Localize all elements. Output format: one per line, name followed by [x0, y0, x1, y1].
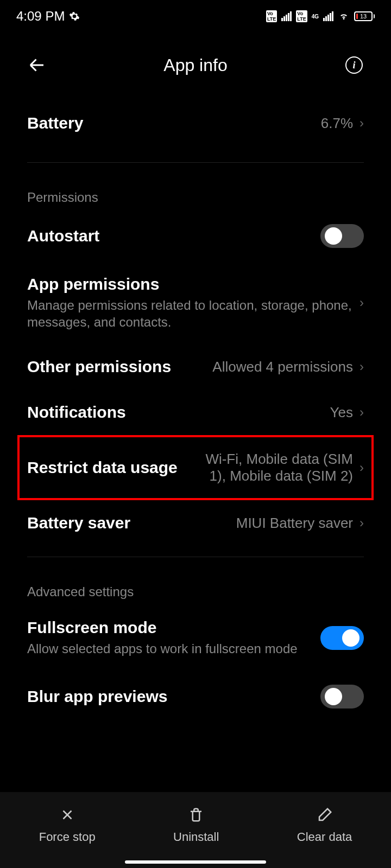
force-stop-button[interactable]: Force stop	[39, 805, 96, 844]
info-icon[interactable]: i	[344, 55, 364, 75]
chevron-right-icon: ›	[360, 405, 364, 420]
blur-row[interactable]: Blur app previews	[27, 671, 364, 722]
blur-title: Blur app previews	[27, 687, 320, 706]
battery-row[interactable]: Battery 6.7% ›	[27, 87, 364, 151]
autostart-toggle[interactable]	[320, 224, 364, 248]
fullscreen-subtitle: Allow selected apps to work in fullscree…	[27, 640, 320, 657]
battery-saver-title: Battery saver	[27, 514, 236, 532]
battery-title: Battery	[27, 114, 321, 132]
restrict-data-value: Wi-Fi, Mobile data (SIM 1), Mobile data …	[201, 451, 353, 484]
status-right: VoLTE VoLTE 4G 13	[266, 10, 375, 22]
signal-bars-1	[281, 11, 292, 21]
battery-saver-value: MIUI Battery saver	[236, 515, 353, 532]
eraser-icon	[315, 805, 335, 825]
clear-data-button[interactable]: Clear data	[297, 805, 352, 844]
clear-data-label: Clear data	[297, 830, 352, 844]
app-permissions-subtitle: Manage permissions related to location, …	[27, 297, 360, 330]
other-permissions-value: Allowed 4 permissions	[212, 359, 353, 375]
divider	[27, 557, 364, 557]
chevron-right-icon: ›	[360, 295, 364, 310]
other-permissions-title: Other permissions	[27, 358, 212, 376]
content: Battery 6.7% › Permissions Autostart App…	[0, 87, 391, 722]
chevron-right-icon: ›	[360, 116, 364, 131]
fullscreen-row[interactable]: Fullscreen mode Allow selected apps to w…	[27, 605, 364, 671]
home-indicator[interactable]	[125, 860, 266, 864]
volte-icon-2: VoLTE	[296, 10, 307, 22]
other-permissions-row[interactable]: Other permissions Allowed 4 permissions …	[27, 344, 364, 390]
restrict-data-title: Restrict data usage	[27, 458, 201, 477]
chevron-right-icon: ›	[360, 460, 364, 475]
status-time: 4:09 PM	[16, 9, 65, 24]
notifications-value: Yes	[330, 404, 353, 421]
4g-icon: 4G	[312, 14, 319, 20]
battery-value: 6.7%	[321, 115, 353, 132]
fullscreen-toggle[interactable]	[320, 626, 364, 650]
battery-saver-row[interactable]: Battery saver MIUI Battery saver ›	[27, 500, 364, 546]
app-permissions-row[interactable]: App permissions Manage permissions relat…	[27, 261, 364, 344]
volte-icon-1: VoLTE	[266, 10, 277, 22]
autostart-title: Autostart	[27, 227, 320, 245]
notifications-title: Notifications	[27, 403, 330, 422]
uninstall-button[interactable]: Uninstall	[173, 805, 219, 844]
force-stop-label: Force stop	[39, 830, 96, 844]
permissions-section-header: Permissions	[27, 174, 364, 210]
blur-toggle[interactable]	[320, 685, 364, 709]
advanced-section-header: Advanced settings	[27, 568, 364, 605]
signal-bars-2	[323, 11, 333, 21]
wifi-icon	[338, 11, 350, 21]
trash-icon	[186, 805, 206, 825]
uninstall-label: Uninstall	[173, 830, 219, 844]
fullscreen-title: Fullscreen mode	[27, 618, 320, 637]
close-icon	[58, 805, 77, 825]
status-left: 4:09 PM	[16, 9, 80, 24]
notifications-row[interactable]: Notifications Yes ›	[27, 390, 364, 435]
restrict-data-row[interactable]: Restrict data usage Wi-Fi, Mobile data (…	[27, 437, 364, 498]
chevron-right-icon: ›	[360, 515, 364, 531]
page-title: App info	[47, 55, 344, 75]
back-icon[interactable]	[27, 55, 47, 75]
gear-icon	[69, 11, 80, 22]
autostart-row[interactable]: Autostart	[27, 210, 364, 261]
divider	[27, 162, 364, 163]
bottom-bar: Force stop Uninstall Clear data	[0, 792, 391, 868]
app-permissions-title: App permissions	[27, 275, 360, 293]
highlight-box: Restrict data usage Wi-Fi, Mobile data (…	[17, 435, 374, 500]
chevron-right-icon: ›	[360, 359, 364, 374]
status-bar: 4:09 PM VoLTE VoLTE 4G 13	[0, 0, 391, 33]
header: App info i	[0, 43, 391, 87]
battery-icon: 13	[354, 11, 375, 21]
